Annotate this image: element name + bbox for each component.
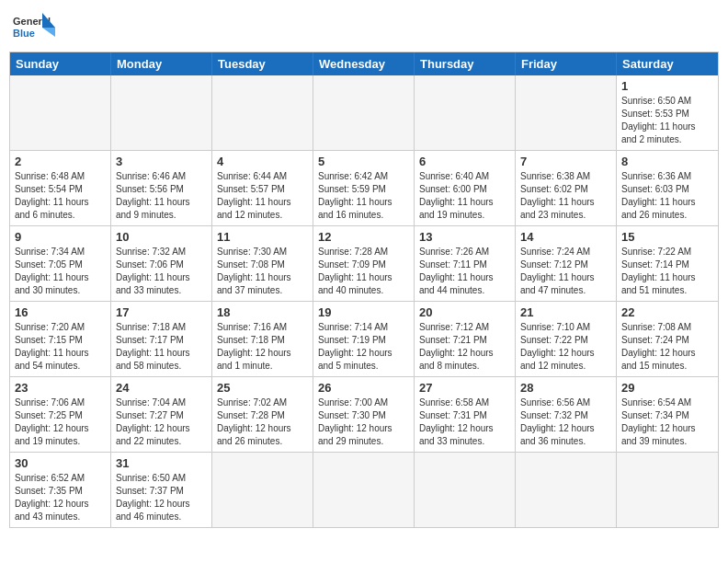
day-number: 4 <box>217 155 308 168</box>
day-number: 9 <box>15 230 106 244</box>
day-number: 2 <box>15 155 106 168</box>
day-info: Sunrise: 7:14 AM Sunset: 7:19 PM Dayligh… <box>318 321 409 373</box>
day-cell-17: 17Sunrise: 7:18 AM Sunset: 7:17 PM Dayli… <box>111 302 212 377</box>
day-number: 1 <box>621 79 713 93</box>
day-cell-3: 3Sunrise: 6:46 AM Sunset: 5:56 PM Daylig… <box>111 151 212 226</box>
day-number: 7 <box>520 155 611 168</box>
day-info: Sunrise: 7:28 AM Sunset: 7:09 PM Dayligh… <box>318 246 409 297</box>
day-cell-12: 12Sunrise: 7:28 AM Sunset: 7:09 PM Dayli… <box>313 226 415 302</box>
day-number: 20 <box>419 305 510 319</box>
day-info: Sunrise: 6:42 AM Sunset: 5:59 PM Dayligh… <box>318 170 409 222</box>
day-info: Sunrise: 7:16 AM Sunset: 7:18 PM Dayligh… <box>217 321 308 373</box>
header-day-wednesday: Wednesday <box>313 52 415 75</box>
day-info: Sunrise: 7:26 AM Sunset: 7:11 PM Dayligh… <box>419 246 510 297</box>
day-cell-5: 5Sunrise: 6:42 AM Sunset: 5:59 PM Daylig… <box>313 151 415 226</box>
day-number: 25 <box>217 381 308 395</box>
day-number: 3 <box>116 155 207 168</box>
logo: GeneralBlue <box>13 9 59 46</box>
day-info: Sunrise: 7:04 AM Sunset: 7:27 PM Dayligh… <box>116 396 207 448</box>
day-cell-28: 28Sunrise: 6:56 AM Sunset: 7:32 PM Dayli… <box>516 377 617 453</box>
day-number: 26 <box>318 381 409 395</box>
empty-cell <box>313 453 415 527</box>
empty-cell <box>111 75 212 151</box>
day-cell-21: 21Sunrise: 7:10 AM Sunset: 7:22 PM Dayli… <box>516 302 617 377</box>
header-day-friday: Friday <box>516 52 617 75</box>
calendar-header: SundayMondayTuesdayWednesdayThursdayFrid… <box>10 52 718 75</box>
day-number: 23 <box>15 381 106 395</box>
day-info: Sunrise: 7:12 AM Sunset: 7:21 PM Dayligh… <box>419 321 510 373</box>
day-cell-2: 2Sunrise: 6:48 AM Sunset: 5:54 PM Daylig… <box>10 151 111 226</box>
day-number: 8 <box>621 155 713 168</box>
day-number: 21 <box>520 305 611 319</box>
empty-cell <box>516 75 617 151</box>
day-info: Sunrise: 7:22 AM Sunset: 7:14 PM Dayligh… <box>621 246 713 297</box>
day-number: 6 <box>419 155 510 168</box>
day-info: Sunrise: 7:24 AM Sunset: 7:12 PM Dayligh… <box>520 246 611 297</box>
day-info: Sunrise: 7:00 AM Sunset: 7:30 PM Dayligh… <box>318 396 409 448</box>
day-info: Sunrise: 6:40 AM Sunset: 6:00 PM Dayligh… <box>419 170 510 222</box>
day-cell-22: 22Sunrise: 7:08 AM Sunset: 7:24 PM Dayli… <box>617 302 718 377</box>
day-info: Sunrise: 6:50 AM Sunset: 7:37 PM Dayligh… <box>116 472 207 523</box>
day-cell-20: 20Sunrise: 7:12 AM Sunset: 7:21 PM Dayli… <box>415 302 516 377</box>
day-number: 19 <box>318 305 409 319</box>
day-info: Sunrise: 7:08 AM Sunset: 7:24 PM Dayligh… <box>621 321 713 373</box>
day-cell-4: 4Sunrise: 6:44 AM Sunset: 5:57 PM Daylig… <box>212 151 313 226</box>
day-number: 27 <box>419 381 510 395</box>
day-cell-26: 26Sunrise: 7:00 AM Sunset: 7:30 PM Dayli… <box>313 377 415 453</box>
day-cell-29: 29Sunrise: 6:54 AM Sunset: 7:34 PM Dayli… <box>617 377 718 453</box>
day-info: Sunrise: 6:46 AM Sunset: 5:56 PM Dayligh… <box>116 170 207 222</box>
day-info: Sunrise: 6:48 AM Sunset: 5:54 PM Dayligh… <box>15 170 106 222</box>
day-number: 31 <box>116 456 207 470</box>
calendar-body: 1Sunrise: 6:50 AM Sunset: 5:53 PM Daylig… <box>10 75 718 527</box>
logo-svg: GeneralBlue <box>13 9 59 46</box>
header-day-sunday: Sunday <box>10 52 111 75</box>
day-info: Sunrise: 6:56 AM Sunset: 7:32 PM Dayligh… <box>520 396 611 448</box>
day-cell-8: 8Sunrise: 6:36 AM Sunset: 6:03 PM Daylig… <box>617 151 718 226</box>
day-number: 30 <box>15 456 106 470</box>
day-cell-9: 9Sunrise: 7:34 AM Sunset: 7:05 PM Daylig… <box>10 226 111 302</box>
day-info: Sunrise: 7:10 AM Sunset: 7:22 PM Dayligh… <box>520 321 611 373</box>
day-cell-27: 27Sunrise: 6:58 AM Sunset: 7:31 PM Dayli… <box>415 377 516 453</box>
day-info: Sunrise: 6:38 AM Sunset: 6:02 PM Dayligh… <box>520 170 611 222</box>
empty-cell <box>10 75 111 151</box>
day-info: Sunrise: 7:18 AM Sunset: 7:17 PM Dayligh… <box>116 321 207 373</box>
header-day-monday: Monday <box>111 52 212 75</box>
day-cell-25: 25Sunrise: 7:02 AM Sunset: 7:28 PM Dayli… <box>212 377 313 453</box>
day-number: 11 <box>217 230 308 244</box>
empty-cell <box>415 453 516 527</box>
day-cell-7: 7Sunrise: 6:38 AM Sunset: 6:02 PM Daylig… <box>516 151 617 226</box>
day-cell-6: 6Sunrise: 6:40 AM Sunset: 6:00 PM Daylig… <box>415 151 516 226</box>
day-number: 18 <box>217 305 308 319</box>
day-info: Sunrise: 6:58 AM Sunset: 7:31 PM Dayligh… <box>419 396 510 448</box>
empty-cell <box>212 453 313 527</box>
day-cell-11: 11Sunrise: 7:30 AM Sunset: 7:08 PM Dayli… <box>212 226 313 302</box>
day-number: 28 <box>520 381 611 395</box>
day-cell-24: 24Sunrise: 7:04 AM Sunset: 7:27 PM Dayli… <box>111 377 212 453</box>
day-number: 12 <box>318 230 409 244</box>
empty-cell <box>313 75 415 151</box>
day-number: 29 <box>621 381 713 395</box>
day-info: Sunrise: 6:52 AM Sunset: 7:35 PM Dayligh… <box>15 472 106 523</box>
day-number: 16 <box>15 305 106 319</box>
header-day-tuesday: Tuesday <box>212 52 313 75</box>
header-day-saturday: Saturday <box>617 52 718 75</box>
day-number: 15 <box>621 230 713 244</box>
day-number: 22 <box>621 305 713 319</box>
day-number: 5 <box>318 155 409 168</box>
day-cell-18: 18Sunrise: 7:16 AM Sunset: 7:18 PM Dayli… <box>212 302 313 377</box>
empty-cell <box>617 453 718 527</box>
day-cell-16: 16Sunrise: 7:20 AM Sunset: 7:15 PM Dayli… <box>10 302 111 377</box>
day-info: Sunrise: 6:36 AM Sunset: 6:03 PM Dayligh… <box>621 170 713 222</box>
day-number: 24 <box>116 381 207 395</box>
svg-marker-3 <box>42 28 55 37</box>
day-info: Sunrise: 7:34 AM Sunset: 7:05 PM Dayligh… <box>15 246 106 297</box>
day-cell-10: 10Sunrise: 7:32 AM Sunset: 7:06 PM Dayli… <box>111 226 212 302</box>
calendar: SundayMondayTuesdayWednesdayThursdayFrid… <box>9 52 719 528</box>
empty-cell <box>415 75 516 151</box>
day-info: Sunrise: 7:02 AM Sunset: 7:28 PM Dayligh… <box>217 396 308 448</box>
day-number: 13 <box>419 230 510 244</box>
day-cell-14: 14Sunrise: 7:24 AM Sunset: 7:12 PM Dayli… <box>516 226 617 302</box>
day-number: 17 <box>116 305 207 319</box>
day-info: Sunrise: 6:50 AM Sunset: 5:53 PM Dayligh… <box>621 95 713 146</box>
day-cell-31: 31Sunrise: 6:50 AM Sunset: 7:37 PM Dayli… <box>111 453 212 527</box>
